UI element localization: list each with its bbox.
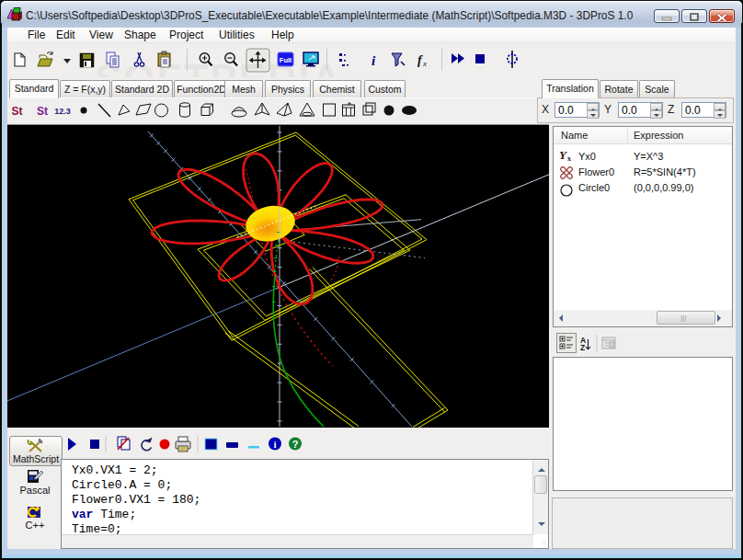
svg-text:St: St	[12, 105, 23, 118]
svg-text:Y: Y	[559, 149, 567, 162]
svg-text:x: x	[422, 59, 427, 68]
svg-text:St: St	[37, 105, 48, 118]
svg-text:i: i	[372, 53, 376, 68]
svg-text:x: x	[567, 154, 571, 163]
svg-text:Z: Z	[580, 343, 585, 352]
svg-text:12.3: 12.3	[54, 107, 71, 116]
svg-text:Full: Full	[280, 56, 291, 64]
svg-text:i: i	[273, 439, 276, 450]
svg-text:?: ?	[292, 439, 299, 450]
